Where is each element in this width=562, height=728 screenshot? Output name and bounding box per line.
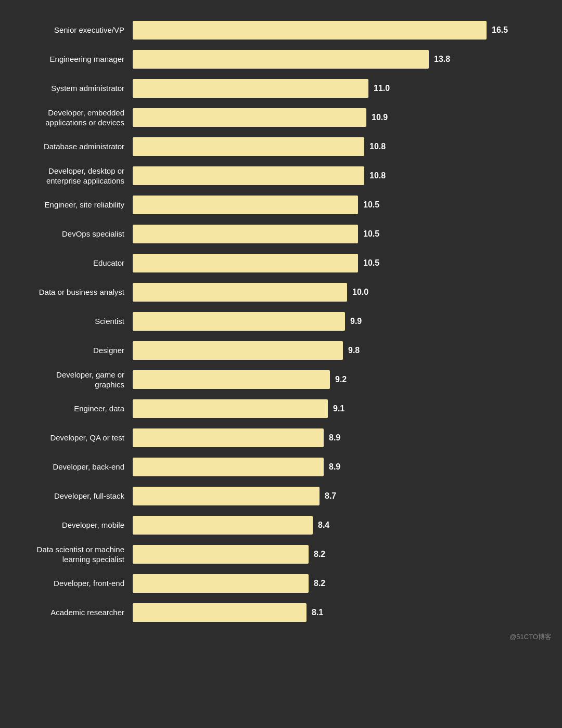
bar	[133, 225, 358, 243]
bar	[133, 341, 343, 360]
bar-value: 10.8	[369, 142, 386, 151]
bar-value: 9.2	[335, 375, 347, 384]
chart-row: Data scientist or machinelearning specia…	[0, 540, 562, 569]
bar-area: 8.9	[133, 458, 562, 476]
row-label: Senior executive/VP	[0, 25, 133, 35]
bar-area: 8.4	[133, 516, 562, 535]
bar-area: 10.5	[133, 254, 562, 272]
row-label: Academic researcher	[0, 607, 133, 618]
bar-value: 11.0	[374, 84, 390, 93]
bar-value: 8.9	[329, 433, 340, 443]
bar-area: 9.9	[133, 312, 562, 331]
bar	[133, 370, 330, 389]
row-label: Data or business analyst	[0, 287, 133, 297]
bar-value: 8.2	[314, 579, 325, 588]
row-label: Engineering manager	[0, 54, 133, 64]
bar	[133, 254, 358, 272]
bar-value: 13.8	[434, 55, 450, 64]
row-label: Developer, full-stack	[0, 491, 133, 501]
row-label: Designer	[0, 345, 133, 356]
row-label: Database administrator	[0, 141, 133, 152]
bar-area: 13.8	[133, 50, 562, 69]
bar-value: 10.5	[363, 229, 379, 239]
bar-area: 10.8	[133, 166, 562, 185]
chart-row: Designer9.8	[0, 336, 562, 365]
row-label: Scientist	[0, 316, 133, 327]
bar-value: 16.5	[492, 25, 508, 35]
chart-row: Database administrator10.8	[0, 132, 562, 161]
bar-value: 10.8	[369, 171, 386, 180]
bar-value: 9.9	[350, 317, 362, 326]
bar-area: 9.8	[133, 341, 562, 360]
row-label: Educator	[0, 258, 133, 268]
row-label: DevOps specialist	[0, 229, 133, 239]
bar-value: 10.5	[363, 258, 379, 268]
bar-area: 10.8	[133, 137, 562, 156]
chart-row: Developer, QA or test8.9	[0, 423, 562, 452]
row-label: System administrator	[0, 83, 133, 94]
chart-row: Developer, game orgraphics9.2	[0, 365, 562, 394]
bar-area: 10.9	[133, 108, 562, 127]
chart-row: Scientist9.9	[0, 307, 562, 336]
bar-area: 8.2	[133, 574, 562, 593]
chart-row: System administrator11.0	[0, 74, 562, 103]
row-label: Engineer, data	[0, 404, 133, 414]
chart-row: Engineer, data9.1	[0, 394, 562, 423]
bar	[133, 487, 320, 505]
bar-value: 10.5	[363, 200, 379, 210]
bar	[133, 603, 306, 622]
row-label: Developer, game orgraphics	[0, 370, 133, 390]
row-label: Developer, embeddedapplications or devic…	[0, 108, 133, 128]
bar	[133, 516, 313, 535]
bar-area: 8.9	[133, 428, 562, 447]
watermark: @51CTO博客	[0, 627, 562, 642]
chart-row: Academic researcher8.1	[0, 598, 562, 627]
bar	[133, 545, 309, 564]
chart-row: Educator10.5	[0, 249, 562, 278]
bar	[133, 574, 309, 593]
bar-area: 11.0	[133, 79, 562, 98]
chart-row: Developer, embeddedapplications or devic…	[0, 103, 562, 132]
chart-row: Developer, front-end8.2	[0, 569, 562, 598]
bar-area: 9.2	[133, 370, 562, 389]
bar-value: 10.0	[352, 288, 368, 297]
row-label: Developer, back-end	[0, 462, 133, 472]
bar	[133, 283, 347, 302]
bar	[133, 79, 368, 98]
bar	[133, 108, 366, 127]
bar-area: 8.2	[133, 545, 562, 564]
chart-row: Engineering manager13.8	[0, 45, 562, 74]
bar-value: 8.4	[318, 521, 329, 530]
chart-row: DevOps specialist10.5	[0, 219, 562, 249]
bar-value: 8.2	[314, 550, 325, 559]
row-label: Engineer, site reliability	[0, 200, 133, 210]
bar-area: 16.5	[133, 21, 562, 40]
chart-row: Developer, full-stack8.7	[0, 482, 562, 511]
bar	[133, 166, 364, 185]
bar	[133, 137, 364, 156]
bar-value: 8.1	[312, 608, 323, 617]
bar-value: 9.8	[348, 346, 360, 355]
row-label: Developer, desktop orenterprise applicat…	[0, 166, 133, 186]
bar-value: 9.1	[333, 404, 344, 413]
bar-area: 10.0	[133, 283, 562, 302]
row-label: Developer, QA or test	[0, 433, 133, 443]
bar-area: 8.1	[133, 603, 562, 622]
bar	[133, 50, 429, 69]
chart-container: Senior executive/VP16.5Engineering manag…	[0, 10, 562, 647]
chart-row: Developer, mobile8.4	[0, 511, 562, 540]
bar-area: 10.5	[133, 225, 562, 243]
bar	[133, 196, 358, 214]
chart-row: Engineer, site reliability10.5	[0, 190, 562, 219]
row-label: Developer, front-end	[0, 578, 133, 589]
bar-value: 10.9	[372, 113, 388, 122]
chart-row: Developer, desktop orenterprise applicat…	[0, 161, 562, 190]
bar-area: 8.7	[133, 487, 562, 505]
row-label: Developer, mobile	[0, 520, 133, 530]
bar-area: 10.5	[133, 196, 562, 214]
bar	[133, 312, 345, 331]
bar-area: 9.1	[133, 399, 562, 418]
bar	[133, 21, 487, 40]
bar-value: 8.9	[329, 462, 340, 472]
bar	[133, 458, 324, 476]
